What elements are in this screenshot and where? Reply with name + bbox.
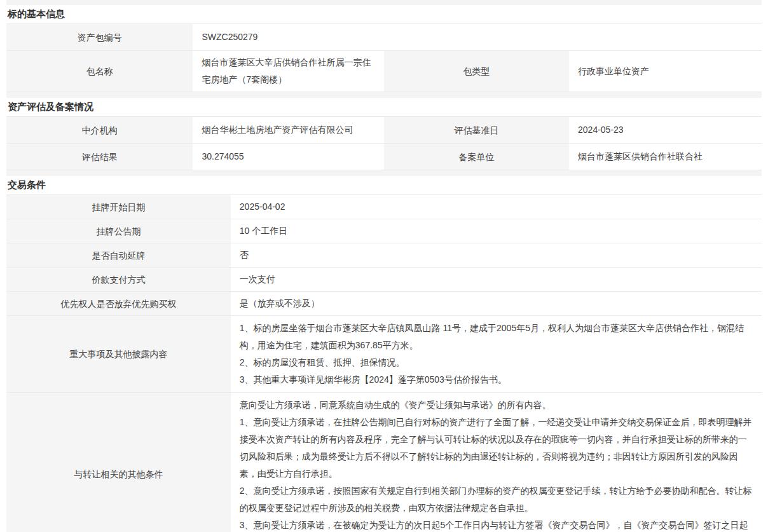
label-major-items: 重大事项及其他披露内容 <box>6 316 231 392</box>
value-payment-method: 一次支付 <box>231 268 762 291</box>
section-divider <box>6 0 762 5</box>
label-filing-unit: 备案单位 <box>384 144 569 170</box>
appraisal-table: 中介机构 烟台华彬土地房地产资产评估有限公司 评估基准日 2024-05-23 … <box>6 117 762 170</box>
value-major-items: 1、标的房屋坐落于烟台市蓬莱区大辛店镇凤凰山路 11号，建成于2005年5月，权… <box>231 316 762 392</box>
section-appraisal: 资产评估及备案情况 中介机构 烟台华彬土地房地产资产评估有限公司 评估基准日 2… <box>6 98 762 170</box>
label-listing-start: 挂牌开始日期 <box>6 195 231 219</box>
label-payment-method: 价款支付方式 <box>6 268 231 291</box>
row-agency-basedate: 中介机构 烟台华彬土地房地产资产评估有限公司 评估基准日 2024-05-23 <box>6 117 762 144</box>
row-payment-method: 价款支付方式 一次支付 <box>6 268 762 292</box>
row-listing-start: 挂牌开始日期 2025-04-02 <box>6 195 762 219</box>
label-notice-period: 挂牌公告期 <box>6 219 231 243</box>
value-package-type: 行政事业单位资产 <box>569 51 762 92</box>
label-package-name: 包名称 <box>6 51 193 92</box>
value-filing-unit: 烟台市蓬莱区供销合作社联合社 <box>569 144 762 170</box>
section-title-basic: 标的基本信息 <box>6 5 762 24</box>
value-preemptive-right: 是（放弃或不涉及） <box>231 292 762 315</box>
row-preemptive-right: 优先权人是否放弃优先购买权 是（放弃或不涉及） <box>6 292 762 316</box>
value-package-name: 烟台市蓬莱区大辛店供销合作社所属一宗住宅房地产（7套阁楼） <box>193 51 384 92</box>
row-other-conditions: 与转让相关的其他条件 意向受让方须承诺，同意系统自动生成的《资产受让须知与承诺》… <box>6 393 762 532</box>
value-notice-period: 10 个工作日 <box>231 219 762 243</box>
label-result: 评估结果 <box>6 144 193 170</box>
section-divider <box>6 170 762 176</box>
value-listing-start: 2025-04-02 <box>231 195 762 219</box>
value-package-number: SWZC250279 <box>193 24 762 50</box>
basic-info-table: 资产包编号 SWZC250279 包名称 烟台市蓬莱区大辛店供销合作社所属一宗住… <box>6 24 762 92</box>
value-result: 30.274055 <box>193 144 384 170</box>
label-preemptive-right: 优先权人是否放弃优先购买权 <box>6 292 231 315</box>
value-base-date: 2024-05-23 <box>569 117 762 143</box>
row-package-name-type: 包名称 烟台市蓬莱区大辛店供销合作社所属一宗住宅房地产（7套阁楼） 包类型 行政… <box>6 51 762 92</box>
row-notice-period: 挂牌公告期 10 个工作日 <box>6 219 762 243</box>
row-result-filing: 评估结果 30.274055 备案单位 烟台市蓬莱区供销合作社联合社 <box>6 144 762 170</box>
section-title-appraisal: 资产评估及备案情况 <box>6 98 762 117</box>
value-agency: 烟台华彬土地房地产资产评估有限公司 <box>193 117 384 143</box>
value-auto-extend: 否 <box>231 243 762 267</box>
label-base-date: 评估基准日 <box>384 117 569 143</box>
trade-conditions-table: 挂牌开始日期 2025-04-02 挂牌公告期 10 个工作日 是否自动延牌 否… <box>6 195 762 532</box>
row-major-items: 重大事项及其他披露内容 1、标的房屋坐落于烟台市蓬莱区大辛店镇凤凰山路 11号，… <box>6 316 762 393</box>
value-other-conditions: 意向受让方须承诺，同意系统自动生成的《资产受让须知与承诺》的所有内容。1、意向受… <box>231 393 762 532</box>
row-package-number: 资产包编号 SWZC250279 <box>6 24 762 51</box>
section-title-trade: 交易条件 <box>6 176 762 195</box>
label-package-number: 资产包编号 <box>6 24 193 50</box>
label-package-type: 包类型 <box>384 51 569 92</box>
label-other-conditions: 与转让相关的其他条件 <box>6 393 231 532</box>
label-agency: 中介机构 <box>6 117 193 143</box>
section-basic-info: 标的基本信息 资产包编号 SWZC250279 包名称 烟台市蓬莱区大辛店供销合… <box>6 5 762 92</box>
asset-detail-page: 标的基本信息 资产包编号 SWZC250279 包名称 烟台市蓬莱区大辛店供销合… <box>0 0 768 532</box>
label-auto-extend: 是否自动延牌 <box>6 243 231 267</box>
section-divider <box>6 92 762 98</box>
section-trade-conditions: 交易条件 挂牌开始日期 2025-04-02 挂牌公告期 10 个工作日 是否自… <box>6 176 762 532</box>
row-auto-extend: 是否自动延牌 否 <box>6 243 762 268</box>
